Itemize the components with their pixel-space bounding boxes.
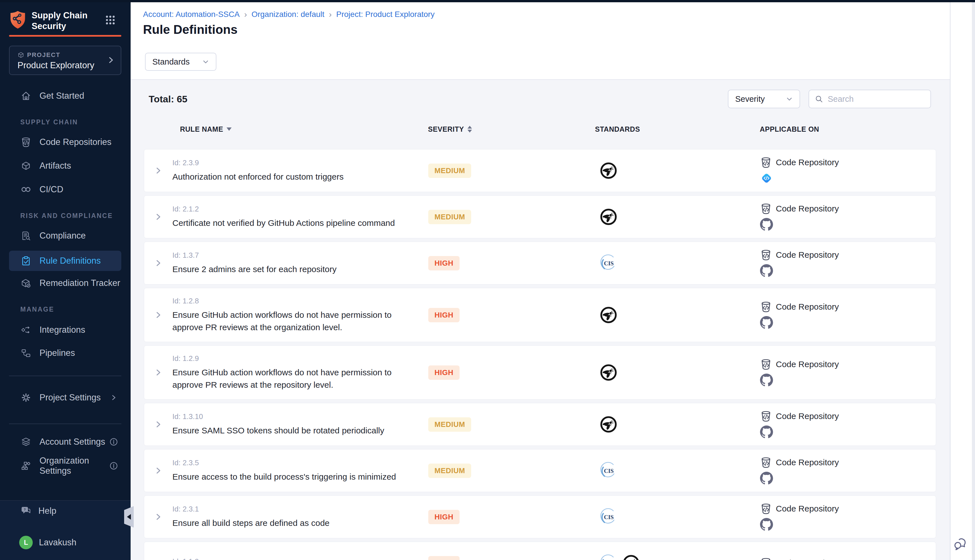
sidebar-item-get-started[interactable]: Get Started (9, 86, 121, 106)
standards-cell (595, 496, 760, 538)
sidebar-item-remediation-tracker[interactable]: Remediation Tracker (9, 273, 121, 293)
applicable-on-cell: Code Repository (760, 403, 936, 445)
table-toolbar: Total: 65 Severity (149, 90, 931, 108)
table-row[interactable]: Id: 2.3.5 Ensure access to the build pro… (144, 449, 936, 492)
breadcrumb-project-link[interactable]: Project: Product Exploratory (336, 10, 435, 19)
breadcrumb: Account: Automation-SSCA › Organization:… (143, 10, 434, 19)
table-row[interactable]: Id: 2.3.9 Authorization not enforced for… (144, 149, 936, 192)
code-repository-icon (760, 557, 772, 560)
app-title: Supply Chain Security (32, 10, 88, 32)
owasp-standard-icon (599, 208, 618, 226)
project-name: Product Exploratory (17, 60, 94, 70)
rule-id: Id: 2.3.1 (172, 505, 411, 513)
applicable-on-label: Code Repository (776, 302, 839, 312)
sidebar-item-rule-definitions[interactable]: Rule Definitions (9, 251, 121, 271)
severity-badge: HIGH (428, 510, 459, 524)
severity-filter-label: Severity (735, 95, 765, 104)
total-count: Total: 65 (149, 93, 187, 105)
sidebar-item-account-settings[interactable]: Account Settings (9, 432, 121, 452)
table-row[interactable]: Id: 2.3.1 Ensure all build steps are def… (144, 495, 936, 538)
sidebar-item-cicd[interactable]: CI/CD (9, 179, 121, 200)
sidebar-item-organization-settings[interactable]: Organization Settings (9, 456, 121, 476)
section-label-risk-compliance: RISK AND COMPLIANCE (20, 212, 113, 220)
project-label: PROJECT (27, 51, 60, 58)
rule-name: Ensure GitHub action workflows do not ha… (172, 309, 411, 333)
applicable-on-label: Code Repository (776, 412, 839, 421)
sidebar-item-help[interactable]: ? Help (9, 501, 121, 521)
column-header-severity[interactable]: SEVERITY (428, 125, 595, 133)
column-header-rule-name[interactable]: RULE NAME (172, 125, 428, 133)
applicable-on-label: Code Repository (776, 504, 839, 513)
svg-text:?: ? (24, 508, 26, 511)
row-expand-chevron-icon[interactable] (144, 496, 172, 538)
breadcrumb-separator: › (244, 10, 247, 19)
project-chevron-right-icon (107, 57, 115, 64)
sidebar-item-compliance[interactable]: Compliance (9, 226, 121, 246)
sidebar-item-code-repositories[interactable]: Code Repositories (9, 132, 121, 152)
sidebar-item-integrations[interactable]: Integrations (9, 320, 121, 340)
sidebar-item-pipelines[interactable]: Pipelines (9, 343, 121, 363)
breadcrumb-account-link[interactable]: Account: Automation-SSCA (143, 10, 240, 19)
table-row[interactable]: Id: 1.3.10 Ensure SAML SSO tokens should… (144, 403, 936, 446)
sidebar-item-label: Project Settings (40, 393, 101, 403)
applicable-on-cell: Code Repository (760, 450, 936, 492)
info-icon[interactable] (109, 462, 118, 470)
severity-badge: MEDIUM (428, 210, 471, 224)
project-selector[interactable]: PROJECT Product Exploratory (9, 46, 121, 75)
severity-badge: HIGH (428, 556, 459, 560)
sidebar-item-label: Account Settings (40, 437, 105, 447)
github-icon (760, 264, 773, 277)
harness-code-icon (760, 172, 773, 185)
applicable-on-label: Code Repository (776, 558, 839, 560)
table-row[interactable]: Id: 1.2.8 Ensure GitHub action workflows… (144, 288, 936, 342)
chat-support-icon[interactable] (953, 537, 968, 552)
sidebar-item-artifacts[interactable]: Artifacts (9, 156, 121, 176)
row-expand-chevron-icon[interactable] (144, 288, 172, 342)
table-row[interactable]: Id: 1.3.7 Ensure 2 admins are set for ea… (144, 242, 936, 285)
rule-name: Authorization not enforced for custom tr… (172, 171, 411, 183)
standards-cell (595, 196, 760, 238)
info-icon[interactable] (109, 438, 118, 446)
breadcrumb-organization-link[interactable]: Organization: default (251, 10, 324, 19)
row-expand-chevron-icon[interactable] (144, 242, 172, 284)
standards-cell (595, 450, 760, 492)
app-switcher-grid-icon[interactable] (105, 15, 116, 25)
standards-dropdown[interactable]: Standards (145, 53, 216, 71)
help-chat-icon: ? (20, 505, 32, 517)
rule-name: Certificate not verified by GitHub Actio… (172, 217, 411, 229)
column-header-standards: STANDARDS (595, 125, 760, 133)
row-expand-chevron-icon[interactable] (144, 542, 172, 560)
home-icon (20, 90, 32, 102)
table-row[interactable]: Id: 1.2.9 Ensure GitHub action workflows… (144, 345, 936, 400)
applicable-on-cell: Code Repository (760, 346, 936, 399)
sort-desc-icon (227, 127, 232, 131)
sidebar-item-label: Compliance (40, 231, 86, 241)
rule-id: Id: 1.3.10 (172, 412, 411, 421)
scrollbar-track[interactable] (972, 2, 975, 560)
clipboard-check-icon (20, 255, 32, 267)
user-name: Lavakush (39, 537, 77, 548)
sidebar-item-label: Organization Settings (40, 456, 121, 476)
applicable-on-cell: Code Repository (760, 150, 936, 192)
sort-updown-icon (467, 126, 472, 133)
sidebar-divider (9, 423, 121, 424)
row-expand-chevron-icon[interactable] (144, 150, 172, 192)
github-icon (760, 218, 773, 231)
row-expand-chevron-icon[interactable] (144, 403, 172, 445)
sidebar-user[interactable]: L Lavakush (9, 532, 121, 553)
right-rail (950, 2, 975, 560)
code-repository-icon (760, 358, 772, 370)
gear-icon (20, 392, 32, 403)
search-input[interactable] (828, 95, 925, 104)
row-expand-chevron-icon[interactable] (144, 196, 172, 238)
sidebar-item-label: Remediation Tracker (40, 278, 120, 288)
sidebar-item-project-settings[interactable]: Project Settings (9, 387, 121, 408)
row-expand-chevron-icon[interactable] (144, 450, 172, 492)
row-expand-chevron-icon[interactable] (144, 346, 172, 399)
applicable-on-cell: Code Repository (760, 496, 936, 538)
owasp-standard-icon (599, 415, 618, 434)
table-row[interactable]: Id: 1.1.9 HIGH Code Repository (144, 542, 936, 560)
rule-id: Id: 2.1.2 (172, 205, 411, 213)
severity-filter-dropdown[interactable]: Severity (728, 90, 800, 108)
table-row[interactable]: Id: 2.1.2 Certificate not verified by Gi… (144, 195, 936, 238)
